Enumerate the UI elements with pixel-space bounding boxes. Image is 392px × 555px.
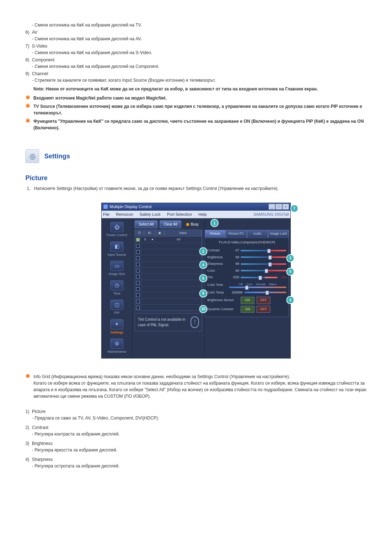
b-desc-3: - Регулира яркостта за избрания дисплей. xyxy=(32,447,367,453)
imagesize-icon: ▭ xyxy=(110,261,123,271)
settings-icon: ◎ xyxy=(25,149,39,163)
star-3: Функцията "Управление на КвК" се предлаг… xyxy=(33,118,367,131)
colortemp-slider[interactable] xyxy=(244,292,286,293)
time-icon: ◷ xyxy=(110,280,123,291)
clear-all-button[interactable]: Clear All xyxy=(160,220,181,228)
menu-remocon[interactable]: Remocon xyxy=(116,211,133,218)
window-title: Multiple Display Control xyxy=(110,204,269,210)
table-row[interactable] xyxy=(135,292,202,298)
note-text: Note: Някои от източниците на КвК може д… xyxy=(33,86,367,92)
tint-slider[interactable] xyxy=(241,277,278,278)
colortone-slider[interactable] xyxy=(229,287,286,288)
sidebar-item-imagesize[interactable]: ▭Image Size xyxy=(102,259,132,278)
b-label-4: Sharpness xyxy=(32,456,367,463)
table-row[interactable] xyxy=(135,304,202,311)
menu-port-selection[interactable]: Port Selection xyxy=(167,211,192,218)
desc-channel: - Стрелките за каналите се появяват, ког… xyxy=(32,77,367,84)
star-1: Входният източник MagicNet работи само н… xyxy=(33,95,367,101)
table-row[interactable] xyxy=(135,274,202,280)
bsensor-off[interactable]: OFF xyxy=(257,297,270,304)
tab-image-lock[interactable]: Image Lock xyxy=(268,230,289,238)
picture-intro: Натиснете Settings (Настройки) от главни… xyxy=(34,185,367,192)
table-row[interactable] xyxy=(135,249,202,255)
table-row[interactable]: 0 ● AV xyxy=(135,236,202,243)
input-icon: ◧ xyxy=(110,242,123,252)
num-8: 8) xyxy=(25,57,32,70)
busy-indicator: Busy xyxy=(186,222,199,227)
b-num-3: 3) xyxy=(25,440,32,453)
sidebar-item-input[interactable]: ◧Input Source xyxy=(102,240,132,259)
grid-header-status: ◉ xyxy=(155,230,164,236)
app-icon xyxy=(103,204,108,209)
close-button[interactable]: × xyxy=(282,204,289,210)
settings-sb-icon: ✦ xyxy=(110,319,123,329)
grid-header-id: ID xyxy=(144,230,155,236)
marker-1: 1 xyxy=(211,219,219,227)
table-row[interactable] xyxy=(135,261,202,267)
colortemp-value: 10000K xyxy=(229,290,244,295)
menu-safety-lock[interactable]: Safety Lock xyxy=(140,211,160,218)
select-all-button[interactable]: Select All xyxy=(135,220,158,228)
label-component: Component xyxy=(32,57,367,63)
bsensor-on[interactable]: ON xyxy=(241,297,254,304)
tint-label: Tint xyxy=(207,275,229,280)
marker-4: 4 xyxy=(199,261,207,269)
sharpness-slider[interactable] xyxy=(241,263,286,265)
menu-file[interactable]: File xyxy=(103,211,110,218)
power-icon: ⏻ xyxy=(110,222,123,232)
contrast-slider[interactable] xyxy=(241,250,286,251)
sidebar-item-settings[interactable]: ✦Settings xyxy=(102,318,132,337)
ct-normal: Normal xyxy=(256,282,265,287)
brightness-slider[interactable] xyxy=(241,256,286,258)
tint-end: R50 xyxy=(278,275,286,280)
tab-audio[interactable]: Audio xyxy=(247,230,268,238)
dcontrast-off[interactable]: OFF xyxy=(257,306,270,313)
contrast-value: 67 xyxy=(229,248,241,253)
sidebar-item-power[interactable]: ⏻Power Control xyxy=(102,220,132,239)
menu-help[interactable]: Help xyxy=(199,211,207,218)
num-9: 9) xyxy=(25,70,32,84)
marker-8: 8 xyxy=(199,289,207,297)
sidebar-item-pip[interactable]: ◫PIP xyxy=(102,298,132,317)
marker-6: 6 xyxy=(199,274,207,282)
b-label-2: Contrast xyxy=(32,424,367,431)
dcontrast-label: Dynamic Contrast xyxy=(207,307,241,312)
desc-component: - Сменя източника на КвК на избрания дис… xyxy=(32,63,367,70)
maintenance-icon: ⚙ xyxy=(110,339,123,349)
row-check[interactable] xyxy=(135,237,141,243)
table-row[interactable] xyxy=(135,280,202,286)
minimize-button[interactable]: _ xyxy=(269,204,275,210)
star-icon: ✱ xyxy=(25,373,33,400)
color-slider[interactable] xyxy=(241,270,286,271)
sidebar-item-maintenance[interactable]: ⚙Maintenance xyxy=(102,337,132,356)
item-tv-desc: - Сменя източника на КвК на избрания дис… xyxy=(32,22,367,28)
sidebar-item-time[interactable]: ◷Time xyxy=(102,279,132,298)
brand-label: SAMSUNG DIGITall xyxy=(253,211,289,218)
ct-off: Off xyxy=(239,282,243,287)
table-row[interactable] xyxy=(135,286,202,292)
b-desc-2: - Регулира контраста за избрания дисплей… xyxy=(32,431,367,437)
footnote-panel: Tint Control is not available in case of… xyxy=(135,313,202,331)
table-row[interactable] xyxy=(135,255,202,261)
settings-panel: TV,AV,S-Video,Component,DVI(HDCP) 2 Cont… xyxy=(205,238,289,317)
dcontrast-on[interactable]: ON xyxy=(241,306,254,313)
picture-intro-num: 1. xyxy=(27,185,34,192)
b-desc-1: - Предлага се само за TV, AV, S-Video, C… xyxy=(32,415,367,421)
b-num-4: 4) xyxy=(25,456,32,469)
marker-2: 2 xyxy=(199,247,207,255)
tab-picture[interactable]: Picture xyxy=(205,230,225,238)
footnote-text: Tint Control is not available in case of… xyxy=(138,317,191,328)
star-2: TV Source (Телевизионен източник) може д… xyxy=(33,103,367,116)
table-row[interactable] xyxy=(135,298,202,304)
maximize-button[interactable]: □ xyxy=(275,204,282,210)
label-channel: Channel xyxy=(32,70,367,77)
table-row[interactable] xyxy=(135,243,202,249)
contrast-label: Contrast xyxy=(207,248,229,253)
tab-picture-pc[interactable]: Picture PC xyxy=(226,230,246,238)
after-star-text: Info Grid (Информационна мрежа) показва … xyxy=(33,373,367,400)
marker-7: 7 xyxy=(290,204,298,212)
label-svideo: S-Video xyxy=(32,43,367,49)
table-row[interactable] xyxy=(135,267,202,274)
tint-value: G50 xyxy=(229,275,241,280)
star-icon: ✱ xyxy=(25,94,33,101)
